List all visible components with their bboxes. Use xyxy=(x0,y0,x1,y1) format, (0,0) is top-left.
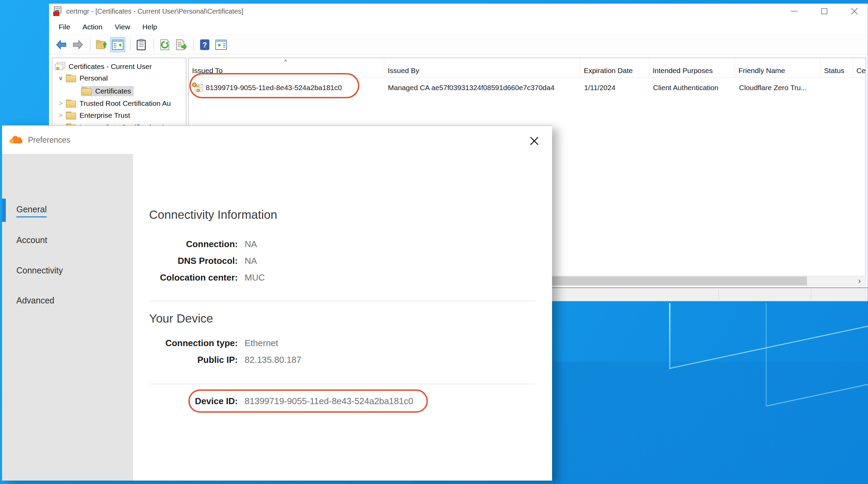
preferences-titlebar[interactable]: Preferences xyxy=(2,126,552,154)
tree-item-enterprise-trust[interactable]: > Enterprise Trust xyxy=(57,111,130,119)
window-title: certmgr - [Certificates - Current User\P… xyxy=(66,8,243,15)
cell-issued-by: Managed CA ae57f03931324f08591d660e7c370… xyxy=(385,84,581,92)
refresh-icon xyxy=(159,39,170,51)
device-id-row: Device ID: 81399719-9055-11ed-8e43-524a2… xyxy=(133,393,552,410)
tree-root-certificates-current-user[interactable]: Certificates - Current User xyxy=(55,62,152,71)
certmgr-app-icon xyxy=(53,6,63,16)
certificate-with-key-icon xyxy=(192,83,204,93)
column-header-intended-purposes[interactable]: Intended Purposes xyxy=(649,58,735,77)
preferences-title: Preferences xyxy=(28,136,70,145)
wallpaper-pane-edge xyxy=(669,303,670,369)
cloudflare-logo-icon xyxy=(10,136,23,144)
section-divider xyxy=(149,384,535,384)
folder-icon xyxy=(66,74,76,82)
help-icon: ? xyxy=(200,39,209,50)
nav-item-general[interactable]: General xyxy=(16,204,47,214)
preferences-sidebar: General Account Connectivity Advanced xyxy=(2,154,133,481)
public-ip-row: Public IP: 82.135.80.187 xyxy=(133,352,552,368)
export-list-button[interactable] xyxy=(174,37,189,52)
refresh-button[interactable] xyxy=(157,37,172,52)
chevron-collapsed-icon[interactable]: > xyxy=(57,112,64,119)
nav-item-advanced[interactable]: Advanced xyxy=(16,296,54,305)
chevron-collapsed-icon[interactable]: > xyxy=(57,100,64,107)
section-divider xyxy=(149,301,535,301)
device-id-rows: Device ID: 81399719-9055-11ed-8e43-524a2… xyxy=(133,393,552,410)
tree-item-certificates-selected[interactable]: Certificates xyxy=(81,86,134,96)
maximize-button[interactable] xyxy=(819,6,829,16)
connectivity-info-rows: Connection: NA DNS Protocol: NA Colocati… xyxy=(133,236,552,286)
close-icon xyxy=(851,8,858,15)
column-header-status[interactable]: Status xyxy=(821,58,853,77)
column-header-expiration-date[interactable]: Expiration Date xyxy=(580,58,649,77)
column-header-certificate-template[interactable]: Ce xyxy=(853,58,866,77)
wallpaper-shade xyxy=(553,362,868,484)
dns-protocol-row: DNS Protocol: NA xyxy=(133,253,552,269)
certmgr-titlebar[interactable]: certmgr - [Certificates - Current User\P… xyxy=(49,4,868,19)
toolbar: ? xyxy=(49,35,868,54)
preferences-content: Connectivity Information Connection: NA … xyxy=(133,154,552,481)
device-info-rows: Connection type: Ethernet Public IP: 82.… xyxy=(133,335,552,368)
clipboard-icon xyxy=(136,39,146,51)
wallpaper-pane-edge xyxy=(766,303,767,406)
connectivity-information-heading: Connectivity Information xyxy=(149,208,277,222)
tree-item-personal[interactable]: v Personal xyxy=(57,74,108,82)
certificates-store-icon xyxy=(55,62,66,71)
your-device-heading: Your Device xyxy=(149,312,213,325)
cell-issued-to: 81399719-9055-11ed-8e43-524a2ba181c0 xyxy=(206,84,342,92)
show-console-tree-button[interactable] xyxy=(110,37,125,52)
close-icon xyxy=(529,136,539,146)
folder-icon xyxy=(82,87,92,95)
scroll-right-icon[interactable]: › xyxy=(854,276,865,286)
menu-help[interactable]: Help xyxy=(138,21,162,33)
forward-button[interactable] xyxy=(70,37,85,52)
action-pane-icon xyxy=(215,39,227,50)
menu-action[interactable]: Action xyxy=(78,21,107,33)
menu-view[interactable]: View xyxy=(110,21,135,33)
connection-type-row: Connection type: Ethernet xyxy=(133,335,552,352)
console-tree-icon xyxy=(112,39,124,50)
column-header-issued-by[interactable]: Issued By xyxy=(384,58,580,77)
forward-arrow-icon xyxy=(72,40,84,50)
menu-file[interactable]: File xyxy=(54,21,75,33)
preferences-dialog: Preferences General Account Connectivity… xyxy=(2,125,552,481)
folder-up-icon xyxy=(96,39,107,50)
help-button[interactable]: ? xyxy=(197,37,212,52)
folder-icon xyxy=(66,100,76,107)
nav-item-connectivity[interactable]: Connectivity xyxy=(16,266,63,275)
back-arrow-icon xyxy=(56,40,67,50)
chevron-expanded-icon[interactable]: v xyxy=(57,75,64,82)
column-header-issued-to[interactable]: Issued To xyxy=(189,58,384,77)
preferences-close-button[interactable] xyxy=(528,135,540,147)
certificate-row[interactable]: 81399719-9055-11ed-8e43-524a2ba181c0 Man… xyxy=(189,80,866,96)
action-pane-button[interactable] xyxy=(214,37,229,52)
column-header-friendly-name[interactable]: Friendly Name xyxy=(735,58,821,77)
export-icon xyxy=(175,39,187,51)
back-button[interactable] xyxy=(54,37,69,52)
copy-button[interactable] xyxy=(134,37,149,52)
menubar: File Action View Help xyxy=(49,19,868,35)
active-nav-indicator xyxy=(2,199,6,222)
minimize-button[interactable] xyxy=(789,6,799,16)
tree-item-trusted-root[interactable]: > Trusted Root Certification Au xyxy=(57,99,171,108)
close-button[interactable] xyxy=(849,6,859,16)
list-header-row: ^ Issued To Issued By Expiration Date In… xyxy=(189,58,866,78)
cell-expiration-date: 1/11/2024 xyxy=(581,84,650,92)
folder-icon xyxy=(66,112,76,119)
connection-row: Connection: NA xyxy=(133,236,552,253)
nav-item-account[interactable]: Account xyxy=(16,235,47,245)
cell-friendly-name: Cloudflare Zero Tru... xyxy=(736,84,821,92)
svg-text:?: ? xyxy=(202,41,207,49)
up-one-level-button[interactable] xyxy=(94,37,109,52)
cell-intended-purposes: Client Authentication xyxy=(650,84,736,92)
colocation-center-row: Colocation center: MUC xyxy=(133,269,552,286)
